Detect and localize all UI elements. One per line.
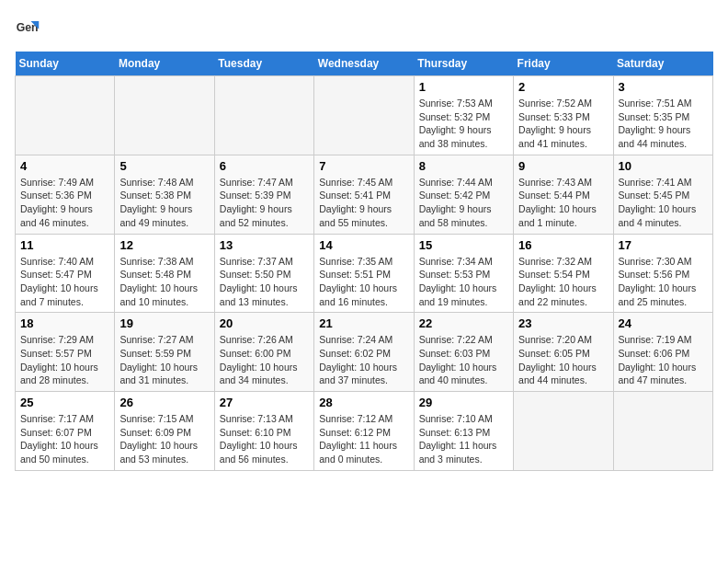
day-number: 6 [220,159,309,173]
day-info: Sunrise: 7:12 AMSunset: 6:12 PMDaylight:… [319,412,408,466]
calendar-cell: 12Sunrise: 7:38 AMSunset: 5:48 PMDayligh… [115,234,214,313]
calendar-cell: 26Sunrise: 7:15 AMSunset: 6:09 PMDayligh… [115,392,214,471]
day-number: 7 [319,159,408,173]
day-info: Sunrise: 7:53 AMSunset: 5:32 PMDaylight:… [419,97,508,151]
header-monday: Monday [115,52,214,76]
day-info: Sunrise: 7:38 AMSunset: 5:48 PMDaylight:… [119,255,209,309]
day-info: Sunrise: 7:45 AMSunset: 5:41 PMDaylight:… [319,176,408,230]
day-info: Sunrise: 7:32 AMSunset: 5:54 PMDaylight:… [518,255,608,309]
day-info: Sunrise: 7:24 AMSunset: 6:02 PMDaylight:… [319,333,408,387]
day-number: 22 [419,316,508,330]
calendar-cell [16,76,115,155]
calendar-cell: 11Sunrise: 7:40 AMSunset: 5:47 PMDayligh… [16,234,115,313]
calendar-cell: 19Sunrise: 7:27 AMSunset: 5:59 PMDayligh… [115,313,214,392]
calendar-week-5: 25Sunrise: 7:17 AMSunset: 6:07 PMDayligh… [16,392,713,471]
calendar-header-row: SundayMondayTuesdayWednesdayThursdayFrid… [16,52,713,76]
calendar-cell: 17Sunrise: 7:30 AMSunset: 5:56 PMDayligh… [613,234,712,313]
calendar-cell: 24Sunrise: 7:19 AMSunset: 6:06 PMDayligh… [613,313,712,392]
day-info: Sunrise: 7:26 AMSunset: 6:00 PMDaylight:… [220,333,309,387]
day-number: 9 [518,159,608,173]
calendar-week-1: 1Sunrise: 7:53 AMSunset: 5:32 PMDaylight… [16,76,713,155]
calendar-cell: 1Sunrise: 7:53 AMSunset: 5:32 PMDaylight… [414,76,513,155]
day-number: 10 [619,159,708,173]
day-info: Sunrise: 7:48 AMSunset: 5:38 PMDaylight:… [119,176,209,230]
calendar-cell: 5Sunrise: 7:48 AMSunset: 5:38 PMDaylight… [115,155,214,234]
header-thursday: Thursday [414,52,513,76]
calendar-cell: 4Sunrise: 7:49 AMSunset: 5:36 PMDaylight… [16,155,115,234]
calendar-cell: 13Sunrise: 7:37 AMSunset: 5:50 PMDayligh… [214,234,313,313]
calendar-cell: 8Sunrise: 7:44 AMSunset: 5:42 PMDaylight… [414,155,513,234]
calendar-cell: 28Sunrise: 7:12 AMSunset: 6:12 PMDayligh… [314,392,414,471]
day-info: Sunrise: 7:51 AMSunset: 5:35 PMDaylight:… [619,97,708,151]
day-info: Sunrise: 7:37 AMSunset: 5:50 PMDaylight:… [220,255,309,309]
day-info: Sunrise: 7:47 AMSunset: 5:39 PMDaylight:… [220,176,309,230]
calendar-table: SundayMondayTuesdayWednesdayThursdayFrid… [15,52,713,471]
day-info: Sunrise: 7:34 AMSunset: 5:53 PMDaylight:… [419,255,508,309]
day-number: 29 [419,396,508,409]
day-number: 5 [119,159,209,173]
calendar-cell: 14Sunrise: 7:35 AMSunset: 5:51 PMDayligh… [314,234,414,313]
calendar-cell: 25Sunrise: 7:17 AMSunset: 6:07 PMDayligh… [16,392,115,471]
calendar-cell: 10Sunrise: 7:41 AMSunset: 5:45 PMDayligh… [613,155,712,234]
calendar-cell: 22Sunrise: 7:22 AMSunset: 6:03 PMDayligh… [414,313,513,392]
day-number: 23 [518,316,608,330]
day-info: Sunrise: 7:10 AMSunset: 6:13 PMDaylight:… [419,412,508,466]
day-info: Sunrise: 7:13 AMSunset: 6:10 PMDaylight:… [220,412,309,466]
calendar-week-2: 4Sunrise: 7:49 AMSunset: 5:36 PMDaylight… [16,155,713,234]
header-tuesday: Tuesday [214,52,313,76]
day-number: 28 [319,396,408,409]
logo: Gen [15,15,44,40]
day-number: 15 [419,238,508,252]
day-info: Sunrise: 7:17 AMSunset: 6:07 PMDaylight:… [20,412,109,466]
day-info: Sunrise: 7:43 AMSunset: 5:44 PMDaylight:… [518,176,608,230]
header-sunday: Sunday [16,52,115,76]
calendar-cell: 23Sunrise: 7:20 AMSunset: 6:05 PMDayligh… [514,313,613,392]
day-number: 3 [619,80,708,94]
day-number: 18 [20,316,109,330]
calendar-cell: 20Sunrise: 7:26 AMSunset: 6:00 PMDayligh… [214,313,313,392]
calendar-cell [314,76,414,155]
calendar-cell [115,76,214,155]
calendar-cell: 2Sunrise: 7:52 AMSunset: 5:33 PMDaylight… [514,76,613,155]
day-number: 14 [319,238,408,252]
day-info: Sunrise: 7:44 AMSunset: 5:42 PMDaylight:… [419,176,508,230]
day-number: 11 [20,238,109,252]
day-number: 12 [119,238,209,252]
header-wednesday: Wednesday [314,52,414,76]
day-info: Sunrise: 7:27 AMSunset: 5:59 PMDaylight:… [119,333,209,387]
calendar-cell: 3Sunrise: 7:51 AMSunset: 5:35 PMDaylight… [613,76,712,155]
day-info: Sunrise: 7:29 AMSunset: 5:57 PMDaylight:… [20,333,109,387]
day-info: Sunrise: 7:22 AMSunset: 6:03 PMDaylight:… [419,333,508,387]
calendar-cell [613,392,712,471]
day-number: 16 [518,238,608,252]
day-info: Sunrise: 7:15 AMSunset: 6:09 PMDaylight:… [119,412,209,466]
header-friday: Friday [514,52,613,76]
day-info: Sunrise: 7:30 AMSunset: 5:56 PMDaylight:… [619,255,708,309]
calendar-cell: 18Sunrise: 7:29 AMSunset: 5:57 PMDayligh… [16,313,115,392]
calendar-cell: 16Sunrise: 7:32 AMSunset: 5:54 PMDayligh… [514,234,613,313]
calendar-week-4: 18Sunrise: 7:29 AMSunset: 5:57 PMDayligh… [16,313,713,392]
calendar-cell: 15Sunrise: 7:34 AMSunset: 5:53 PMDayligh… [414,234,513,313]
calendar-cell: 21Sunrise: 7:24 AMSunset: 6:02 PMDayligh… [314,313,414,392]
day-number: 26 [119,396,209,409]
day-number: 21 [319,316,408,330]
day-number: 19 [119,316,209,330]
day-number: 8 [419,159,508,173]
day-number: 17 [619,238,708,252]
day-info: Sunrise: 7:49 AMSunset: 5:36 PMDaylight:… [20,176,109,230]
logo-icon: Gen [15,15,40,40]
day-number: 20 [220,316,309,330]
day-number: 24 [619,316,708,330]
calendar-cell: 9Sunrise: 7:43 AMSunset: 5:44 PMDaylight… [514,155,613,234]
calendar-cell: 7Sunrise: 7:45 AMSunset: 5:41 PMDaylight… [314,155,414,234]
day-number: 13 [220,238,309,252]
calendar-week-3: 11Sunrise: 7:40 AMSunset: 5:47 PMDayligh… [16,234,713,313]
day-info: Sunrise: 7:19 AMSunset: 6:06 PMDaylight:… [619,333,708,387]
day-info: Sunrise: 7:41 AMSunset: 5:45 PMDaylight:… [619,176,708,230]
header-saturday: Saturday [613,52,712,76]
day-number: 2 [518,80,608,94]
day-info: Sunrise: 7:52 AMSunset: 5:33 PMDaylight:… [518,97,608,151]
day-info: Sunrise: 7:20 AMSunset: 6:05 PMDaylight:… [518,333,608,387]
header: Gen [15,15,713,40]
calendar-cell [214,76,313,155]
